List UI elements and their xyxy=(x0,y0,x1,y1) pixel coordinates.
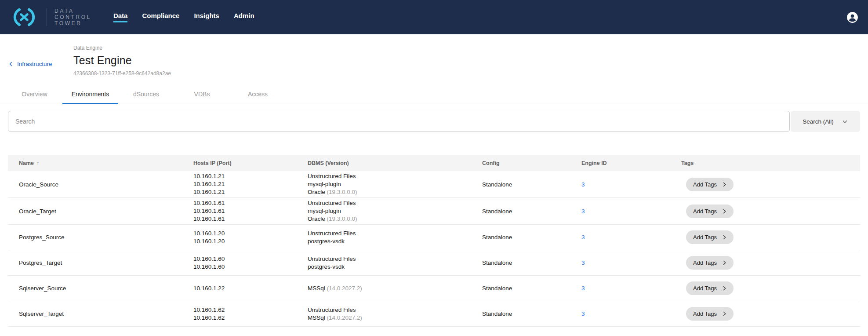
title-block: Data Engine Test Engine 42366308-1323-71… xyxy=(73,34,868,77)
search-scope-dropdown[interactable]: Search (All) xyxy=(791,111,860,132)
dbms-entry: Unstructured Files xyxy=(308,306,482,314)
cell-hosts: 10.160.1.6110.160.1.6110.160.1.61 xyxy=(193,199,308,223)
cell-name: Oracle_Source xyxy=(8,181,193,188)
column-header-engine-id[interactable]: Engine ID xyxy=(581,160,681,166)
tab-environments[interactable]: Environments xyxy=(62,84,118,104)
cell-config: Standalone xyxy=(482,234,581,241)
engine-id-link[interactable]: 3 xyxy=(581,259,585,266)
dbms-entry: Unstructured Files xyxy=(308,199,482,207)
cell-name: Postgres_Target xyxy=(8,259,193,266)
column-header-dbms[interactable]: DBMS (Version) xyxy=(308,160,482,166)
dbms-entry: Oracle (19.3.0.0.0) xyxy=(308,188,482,196)
brand-wordmark: DATA CONTROL TOWER xyxy=(54,8,91,26)
cell-tags: Add Tags xyxy=(681,256,860,270)
engine-id-link[interactable]: 3 xyxy=(581,208,585,215)
delphix-logo-icon xyxy=(11,8,37,26)
dbms-entry: Unstructured Files xyxy=(308,172,482,180)
cell-engine-id: 3 xyxy=(581,285,681,292)
back-link-label: Infrastructure xyxy=(17,61,52,67)
dbms-name: MSSql xyxy=(308,285,325,292)
host-ip: 10.160.1.61 xyxy=(193,207,308,215)
dbms-name: Oracle xyxy=(308,189,325,195)
engine-id-link[interactable]: 3 xyxy=(581,181,585,188)
dbms-name: Unstructured Files xyxy=(308,307,356,313)
dbms-entry: postgres-vsdk xyxy=(308,237,482,245)
cell-name: Postgres_Source xyxy=(8,234,193,241)
eyebrow-label: Data Engine xyxy=(73,45,868,51)
nav-item-insights[interactable]: Insights xyxy=(194,12,219,22)
dbms-name: Unstructured Files xyxy=(308,230,356,237)
cell-hosts: 10.160.1.2010.160.1.20 xyxy=(193,230,308,245)
cell-dbms: Unstructured Filesmysql-pluginOracle (19… xyxy=(308,172,482,196)
add-tags-label: Add Tags xyxy=(693,181,717,188)
cell-name: Sqlserver_Source xyxy=(8,285,193,292)
add-tags-button[interactable]: Add Tags xyxy=(686,307,734,321)
dbms-name: postgres-vsdk xyxy=(308,238,345,245)
tab-bar: Overview Environments dSources VDBs Acce… xyxy=(0,84,868,104)
add-tags-label: Add Tags xyxy=(693,259,717,266)
host-ip: 10.160.1.21 xyxy=(193,188,308,196)
host-ip: 10.160.1.62 xyxy=(193,314,308,322)
search-input[interactable] xyxy=(8,111,790,132)
add-tags-label: Add Tags xyxy=(693,285,717,292)
dbms-entry: MSSql (14.0.2027.2) xyxy=(308,314,482,322)
cell-dbms: Unstructured Filespostgres-vsdk xyxy=(308,230,482,245)
tab-overview[interactable]: Overview xyxy=(7,84,62,104)
column-header-config[interactable]: Config xyxy=(482,160,581,166)
add-tags-button[interactable]: Add Tags xyxy=(686,205,734,218)
dbms-version: (19.3.0.0.0) xyxy=(325,215,357,222)
add-tags-label: Add Tags xyxy=(693,234,717,241)
dbms-version: (14.0.2027.2) xyxy=(325,314,362,321)
user-account-icon[interactable] xyxy=(846,11,858,23)
table-row: Sqlserver_Source10.160.1.22MSSql (14.0.2… xyxy=(8,276,860,301)
engine-id-link[interactable]: 3 xyxy=(581,234,585,241)
table-header-row: Name↑ Hosts IP (Port) DBMS (Version) Con… xyxy=(8,155,860,171)
cell-config: Standalone xyxy=(482,259,581,266)
tab-access[interactable]: Access xyxy=(230,84,286,104)
cell-engine-id: 3 xyxy=(581,181,681,188)
add-tags-button[interactable]: Add Tags xyxy=(686,281,734,295)
cell-hosts: 10.160.1.22 xyxy=(193,285,308,292)
brand[interactable]: DATA CONTROL TOWER xyxy=(11,8,91,26)
column-header-tags[interactable]: Tags xyxy=(681,160,860,166)
host-ip: 10.160.1.60 xyxy=(193,263,308,271)
cell-config: Standalone xyxy=(482,310,581,317)
table-row: Oracle_Target10.160.1.6110.160.1.6110.16… xyxy=(8,198,860,225)
table-row: Sqlserver_Target10.160.1.6210.160.1.62Un… xyxy=(8,301,860,327)
add-tags-label: Add Tags xyxy=(693,310,717,317)
nav-item-admin[interactable]: Admin xyxy=(234,12,254,22)
tab-vdbs[interactable]: VDBs xyxy=(174,84,230,104)
dbms-name: MSSql xyxy=(308,314,325,321)
brand-divider xyxy=(47,8,47,26)
cell-name: Sqlserver_Target xyxy=(8,310,193,317)
table-row: Postgres_Source10.160.1.2010.160.1.20Uns… xyxy=(8,225,860,250)
add-tags-label: Add Tags xyxy=(693,208,717,215)
engine-id-link[interactable]: 3 xyxy=(581,310,585,317)
cell-tags: Add Tags xyxy=(681,178,860,191)
table-row: Oracle_Source10.160.1.2110.160.1.2110.16… xyxy=(8,171,860,198)
cell-tags: Add Tags xyxy=(681,307,860,321)
column-header-name[interactable]: Name↑ xyxy=(8,160,193,166)
host-ip: 10.160.1.61 xyxy=(193,215,308,223)
nav-item-data[interactable]: Data xyxy=(113,12,128,22)
host-ip: 10.160.1.20 xyxy=(193,230,308,237)
nav-item-compliance[interactable]: Compliance xyxy=(142,12,179,22)
engine-id-link[interactable]: 3 xyxy=(581,285,585,292)
tab-dsources[interactable]: dSources xyxy=(118,84,174,104)
dbms-version: (19.3.0.0.0) xyxy=(325,189,357,195)
host-ip: 10.160.1.62 xyxy=(193,306,308,314)
cell-tags: Add Tags xyxy=(681,281,860,295)
back-link-infrastructure[interactable]: Infrastructure xyxy=(8,61,52,67)
add-tags-button[interactable]: Add Tags xyxy=(686,230,734,244)
primary-nav: Data Compliance Insights Admin xyxy=(113,12,254,22)
cell-tags: Add Tags xyxy=(681,230,860,244)
search-row: Search (All) xyxy=(8,111,860,132)
host-ip: 10.160.1.22 xyxy=(193,285,308,292)
column-header-hosts[interactable]: Hosts IP (Port) xyxy=(193,160,308,166)
add-tags-button[interactable]: Add Tags xyxy=(686,256,734,270)
page-header: Infrastructure Data Engine Test Engine 4… xyxy=(0,34,868,77)
dbms-entry: postgres-vsdk xyxy=(308,263,482,271)
chevron-right-icon xyxy=(722,208,727,214)
add-tags-button[interactable]: Add Tags xyxy=(686,178,734,191)
dbms-name: Oracle xyxy=(308,215,325,222)
